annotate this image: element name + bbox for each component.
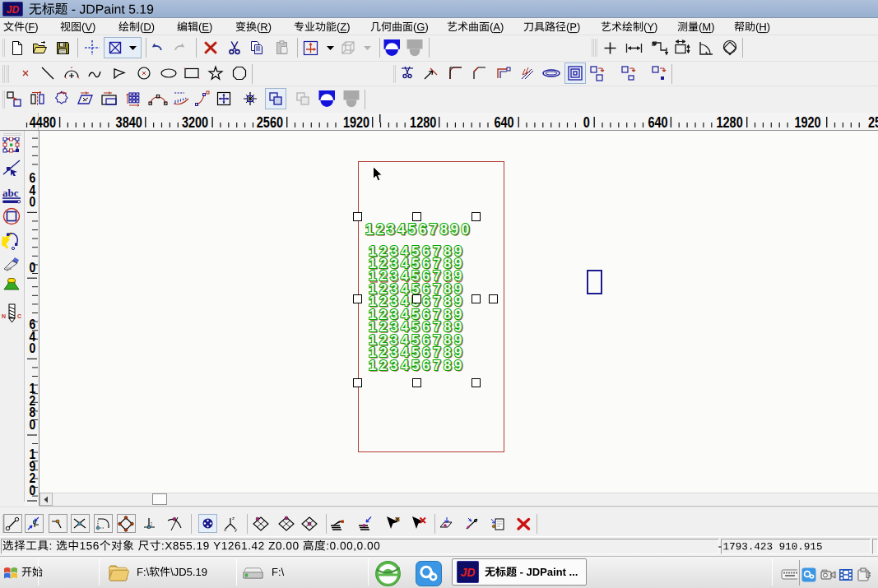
svg-text:1234567890: 1234567890: [365, 221, 472, 238]
svg-text:0: 0: [583, 114, 590, 130]
svg-text:1920: 1920: [794, 114, 820, 130]
svg-text:0: 0: [30, 417, 36, 432]
svg-text:1280: 1280: [716, 114, 742, 130]
svg-text:123456789: 123456789: [369, 358, 465, 373]
svg-text:x: x: [224, 527, 226, 532]
svg-text:640: 640: [648, 114, 668, 130]
svg-text:z: z: [232, 516, 235, 521]
svg-text:y: y: [235, 527, 237, 532]
svg-text:2560: 2560: [868, 114, 878, 130]
svg-text:JD: JD: [461, 566, 476, 579]
svg-text:0: 0: [30, 483, 36, 498]
